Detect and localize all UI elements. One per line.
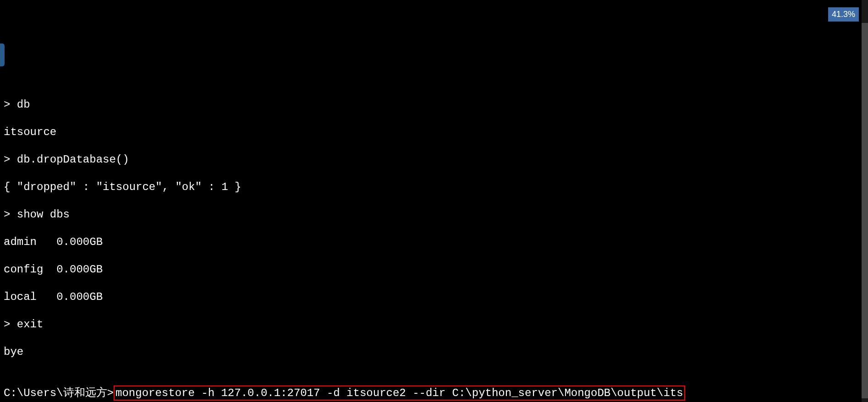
- scrollbar-thumb[interactable]: [862, 23, 868, 398]
- terminal-line: itsource: [4, 125, 864, 139]
- vertical-scrollbar[interactable]: [862, 0, 868, 402]
- left-edge-decoration: [0, 43, 5, 66]
- terminal-output[interactable]: > db itsource > db.dropDatabase() { "dro…: [0, 82, 868, 402]
- terminal-line: > exit: [4, 318, 864, 331]
- highlighted-command: mongorestore -h 127.0.0.1:27017 -d itsou…: [114, 386, 685, 401]
- terminal-line: admin 0.000GB: [4, 235, 864, 249]
- terminal-line: local 0.000GB: [4, 290, 864, 304]
- terminal-line: { "dropped" : "itsource", "ok" : 1 }: [4, 180, 864, 194]
- prompt-prefix: C:\Users\诗和远方>: [4, 387, 114, 399]
- terminal-command-line: C:\Users\诗和远方>mongorestore -h 127.0.0.1:…: [4, 386, 864, 400]
- terminal-line: > db: [4, 98, 864, 112]
- terminal-line: > db.dropDatabase(): [4, 153, 864, 167]
- zoom-level-badge: 41.3%: [828, 7, 859, 22]
- terminal-line: > show dbs: [4, 208, 864, 222]
- terminal-line: bye: [4, 345, 864, 359]
- terminal-line: config 0.000GB: [4, 263, 864, 277]
